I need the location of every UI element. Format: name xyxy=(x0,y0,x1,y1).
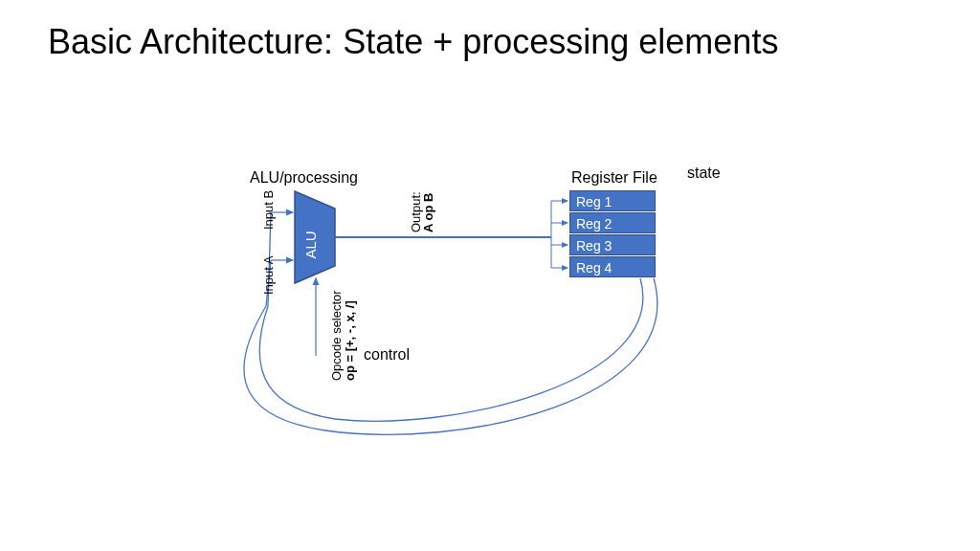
register-2: Reg 2 xyxy=(569,212,656,233)
input-a-label: Input A xyxy=(261,256,276,295)
input-b-label: Input B xyxy=(261,190,276,230)
feedback-curve-a xyxy=(244,260,657,434)
diagram-svg: ALU xyxy=(0,0,980,551)
slide: Basic Architecture: State + processing e… xyxy=(0,0,980,551)
opcode-label-2: op = [+, -, x, /] xyxy=(343,300,357,381)
register-3: Reg 3 xyxy=(569,234,656,255)
register-1: Reg 1 xyxy=(569,190,656,211)
register-4: Reg 4 xyxy=(569,256,656,277)
output-label-2: A op B xyxy=(421,193,435,232)
alu-block-text: ALU xyxy=(302,231,319,258)
opcode-label-1: Opcode selector xyxy=(329,290,344,381)
